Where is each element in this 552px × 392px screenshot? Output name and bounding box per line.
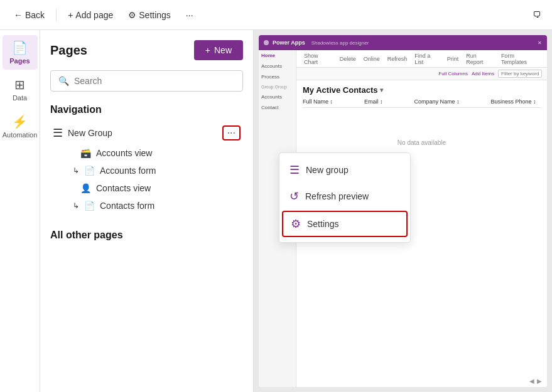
navigation-label: Navigation — [50, 104, 243, 115]
preview-second-toolbar: Full Columns Add Items — [296, 68, 547, 80]
nav-item-accounts-view[interactable]: 🗃️ Accounts view — [50, 144, 243, 162]
page-title: My Active Contacts — [303, 85, 377, 95]
nav-group-more-button[interactable]: ··· — [222, 125, 241, 140]
table-header: Full Name ↕ Email ↕ Company Name ↕ Busin… — [303, 98, 541, 108]
contacts-form-icon: 📄 — [84, 201, 95, 211]
add-items-btn: Add Items — [472, 71, 494, 77]
dropdown-menu: ☰ New group ↺ Refresh preview ⚙ Settings — [279, 152, 411, 243]
gear-icon: ⚙ — [128, 10, 136, 20]
pages-header: Pages + New — [50, 40, 243, 60]
settings-label: Settings — [139, 10, 171, 20]
toolbar-form-templates: Form Templates — [499, 51, 542, 66]
designer-label: Shadowless app designer — [311, 40, 369, 46]
preview-app-bar: Power Apps Shadowless app designer ✕ — [259, 35, 547, 50]
settings-label: Settings — [307, 219, 339, 229]
settings-gear-icon: ⚙ — [291, 217, 301, 231]
more-button[interactable]: ··· — [180, 6, 200, 24]
more-icon: ··· — [186, 10, 193, 20]
contacts-form-label: Contacts form — [100, 201, 154, 211]
new-button[interactable]: + New — [194, 40, 243, 60]
new-label: New — [214, 45, 232, 55]
app-bar-actions: ✕ — [538, 40, 542, 46]
search-icon: 🔍 — [58, 76, 69, 86]
preview-sidebar-group: Group Group — [259, 82, 296, 92]
nav-group[interactable]: ☰ New Group ··· — [50, 122, 243, 144]
app-name: Power Apps — [273, 40, 305, 46]
pages-icon: 📄 — [12, 40, 28, 55]
preview-sidebar-contact: Contact — [259, 102, 296, 113]
back-button[interactable]: ← Back — [8, 6, 51, 24]
toolbar-print: Print — [445, 55, 462, 63]
full-columns-btn: Full Columns — [438, 71, 468, 77]
close-icon: ✕ — [538, 40, 542, 46]
dropdown-item-refresh-preview[interactable]: ↺ Refresh preview — [279, 183, 410, 209]
data-label: Data — [13, 94, 27, 102]
pages-label: Pages — [9, 57, 30, 65]
chat-icon: 🗨 — [533, 10, 541, 19]
preview-sidebar-accounts2: Accounts — [259, 92, 296, 102]
automation-label: Automation — [3, 131, 38, 139]
add-page-label: Add page — [75, 10, 113, 20]
main-layout: 📄 Pages ⊞ Data ⚡ Automation Pages + New … — [0, 30, 552, 392]
next-arrow: ▶ — [537, 378, 542, 384]
dropdown-item-settings[interactable]: ⚙ Settings — [282, 211, 408, 237]
preview-toolbar: Show Chart Delete Online Refresh Find a … — [296, 50, 547, 68]
accounts-view-label: Accounts view — [96, 148, 152, 158]
sidebar-item-automation[interactable]: ⚡ Automation — [3, 109, 38, 144]
search-box: 🔍 — [50, 70, 243, 92]
top-bar: ← Back + Add page ⚙ Settings ··· 🗨 — [0, 0, 552, 30]
all-other-pages-label: All other pages — [50, 230, 243, 241]
preview-page-area: My Active Contacts ▾ Full Name ↕ Email ↕… — [296, 80, 547, 151]
accounts-form-label: Accounts form — [100, 166, 156, 176]
app-bar-logo — [264, 40, 269, 45]
nav-item-contacts-view[interactable]: 👤 Contacts view — [50, 179, 243, 197]
back-label: Back — [25, 10, 45, 20]
toolbar-online: Online — [361, 55, 382, 63]
sidebar-item-pages[interactable]: 📄 Pages — [3, 35, 38, 70]
plus-icon: + — [68, 10, 73, 20]
add-page-button[interactable]: + Add page — [62, 6, 119, 24]
data-icon: ⊞ — [14, 77, 25, 92]
settings-button[interactable]: ⚙ Settings — [122, 6, 177, 24]
nav-group-icon: ☰ — [53, 126, 63, 140]
preview-sidebar-accounts: Accounts — [259, 61, 296, 72]
col-phone: Business Phone ↕ — [491, 98, 536, 105]
nav-group-name: New Group — [68, 128, 112, 138]
nav-item-accounts-form[interactable]: ↳ 📄 Accounts form — [50, 162, 243, 179]
contacts-form-arrow-icon: ↳ — [73, 201, 79, 210]
refresh-preview-label: Refresh preview — [305, 191, 369, 201]
back-arrow-icon: ← — [14, 10, 23, 20]
sidebar-item-data[interactable]: ⊞ Data — [3, 72, 38, 107]
preview-sidebar-process: Process — [259, 72, 296, 82]
prev-arrow: ◀ — [529, 378, 534, 384]
dropdown-item-new-group[interactable]: ☰ New group — [279, 157, 410, 183]
search-input[interactable] — [74, 76, 235, 86]
divider — [56, 9, 57, 21]
new-group-icon: ☰ — [290, 163, 300, 177]
left-sidebar: 📄 Pages ⊞ Data ⚡ Automation — [0, 30, 40, 392]
col-fullname: Full Name ↕ — [303, 98, 333, 105]
new-group-label: New group — [306, 165, 349, 175]
toolbar-run-report: Run Report — [463, 51, 496, 66]
chat-button[interactable]: 🗨 — [529, 6, 544, 23]
accounts-view-icon: 🗃️ — [80, 148, 91, 158]
pages-title: Pages — [50, 43, 87, 58]
col-company: Company Name ↕ — [414, 98, 460, 105]
contacts-view-label: Contacts view — [96, 183, 151, 193]
filter-input[interactable] — [498, 70, 542, 78]
preview-sidebar-home: Home — [259, 50, 296, 61]
toolbar-refresh: Refresh — [385, 55, 410, 63]
pages-panel: Pages + New 🔍 Navigation ☰ New Group ···… — [40, 30, 254, 392]
toolbar-find-list: Find a List — [412, 51, 441, 66]
accounts-form-arrow-icon: ↳ — [73, 166, 79, 175]
page-title-chevron: ▾ — [380, 87, 383, 93]
preview-nav-arrows: ◀ ▶ — [529, 378, 542, 384]
contacts-view-icon: 👤 — [80, 183, 91, 193]
empty-data-text: No data available — [303, 139, 541, 146]
automation-icon: ⚡ — [12, 114, 28, 129]
col-email: Email ↕ — [364, 98, 383, 105]
accounts-form-icon: 📄 — [84, 166, 95, 176]
nav-group-actions: ··· — [222, 125, 241, 140]
nav-item-contacts-form[interactable]: ↳ 📄 Contacts form — [50, 197, 243, 215]
refresh-icon: ↺ — [290, 189, 299, 203]
